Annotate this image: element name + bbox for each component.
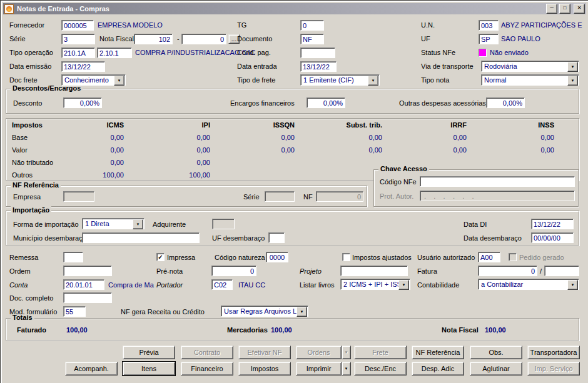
impostos-ajustados-checkbox[interactable] — [342, 253, 350, 261]
desconto-input[interactable]: 0,00% — [63, 97, 102, 108]
imp-servico-button: Imp. Serviço — [527, 362, 580, 376]
tipo-frete-dropdown-icon[interactable]: ▼ — [368, 76, 378, 86]
adquirente-label: Adquirente — [153, 221, 186, 228]
doc-frete-dropdown-icon[interactable]: ▼ — [114, 76, 124, 86]
remessa-input[interactable] — [63, 252, 83, 262]
nfref-serie-input[interactable] — [265, 191, 295, 202]
via-transporte-select[interactable]: Rodoviária ▼ — [481, 61, 579, 72]
nf-referencia-button[interactable]: NF Referência — [412, 346, 464, 359]
data-desembaraco-input[interactable]: 00/00/00 — [531, 232, 574, 243]
uf-desembaraco-label: UF desembaraço — [212, 234, 265, 242]
maximize-icon[interactable]: □ — [559, 4, 570, 14]
impostos-header-cell: IPI — [160, 121, 210, 129]
outras-despesas-input[interactable]: 0,00% — [486, 97, 525, 108]
tipo-operacao-input-2[interactable]: 2.10.1 — [97, 47, 132, 58]
desp-adic-button[interactable]: Desp. Adic — [412, 362, 464, 376]
codigo-nfe-label: Código NFe — [380, 178, 417, 186]
impostos-button[interactable]: Impostos — [238, 362, 291, 376]
data-emissao-input[interactable]: 13/12/22 — [61, 61, 105, 72]
itens-button[interactable]: Itens — [123, 362, 175, 376]
tipo-operacao-label: Tipo operação — [9, 49, 53, 56]
codigo-natureza-input[interactable]: 0000 — [266, 252, 288, 262]
doc-frete-select[interactable]: Conhecimento ▼ — [61, 74, 126, 86]
conta-input[interactable]: 20.01.01 — [63, 279, 104, 290]
uf-input[interactable]: SP — [479, 34, 499, 44]
importacao-group-title: Importação — [11, 206, 51, 214]
fornecedor-input[interactable]: 000005 — [61, 20, 94, 31]
serie-input[interactable]: 3 — [61, 34, 95, 44]
chave-acesso-group-title: Chave Acesso — [378, 165, 429, 172]
forma-importacao-select[interactable]: 1 Direta ▼ — [82, 218, 144, 229]
un-input[interactable]: 003 — [479, 20, 499, 31]
tipo-frete-select[interactable]: 1 Emitente (CIF) ▼ — [300, 74, 380, 86]
nfref-empresa-label: Empresa — [13, 193, 41, 201]
mod-formulario-input[interactable]: 55 — [63, 306, 86, 317]
conta-label[interactable]: Conta — [9, 281, 28, 289]
tipo-nota-dropdown-icon[interactable]: ▼ — [567, 76, 578, 86]
adquirente-input[interactable] — [212, 219, 235, 229]
un-label: U.N. — [421, 21, 435, 29]
un-description: ABYZ PARTICIPAÇÕES E — [501, 21, 582, 29]
minimize-icon[interactable]: ─ — [546, 4, 557, 14]
fatura-label: Fatura — [417, 267, 437, 275]
desc-enc-button[interactable]: Desc./Enc — [354, 362, 407, 376]
tg-input[interactable]: 0 — [300, 20, 324, 31]
imprimir-button[interactable]: Imprimir — [296, 362, 342, 376]
previa-button[interactable]: Prévia — [123, 346, 175, 359]
status-nfe-indicator — [479, 49, 487, 57]
via-transporte-dropdown-icon[interactable]: ▼ — [567, 62, 578, 72]
tipo-operacao-input[interactable]: 210.1A — [61, 47, 95, 58]
prot-autor-input[interactable]: . . . . . . — [420, 191, 575, 201]
close-icon[interactable]: ✕ — [574, 4, 585, 14]
usuario-autorizado-label: Usuário autorizado — [417, 254, 475, 261]
contabilidade-dropdown-icon[interactable]: ▼ — [567, 280, 578, 290]
nf-gera-dropdown-icon[interactable]: ▼ — [297, 307, 307, 317]
cond-pag-input[interactable] — [300, 47, 335, 58]
projeto-label[interactable]: Projeto — [300, 267, 322, 275]
pre-nota-input[interactable]: 0 — [211, 266, 256, 276]
transportadora-button[interactable]: Transportadora — [527, 346, 580, 359]
ordem-input[interactable] — [63, 266, 112, 276]
impostos-value-cell: 0,00 — [74, 159, 124, 166]
data-di-input[interactable]: 13/12/22 — [531, 219, 574, 229]
nf-gera-select[interactable]: Usar Regras Arquivos Legais ▼ — [221, 306, 308, 317]
nfref-empresa-input[interactable] — [63, 191, 94, 202]
documento-input[interactable]: NF — [300, 34, 324, 44]
doc-frete-value: Conhecimento — [64, 76, 114, 84]
codigo-nfe-input[interactable] — [420, 176, 575, 187]
nfref-nf-label: NF — [303, 193, 313, 201]
listar-livros-dropdown-icon[interactable]: ▼ — [398, 280, 409, 290]
listar-livros-select[interactable]: 2 ICMS + IPI + ISS ▼ — [340, 279, 410, 290]
nf-referencia-groupbox — [6, 186, 367, 207]
data-desembaraco-label: Data desembaraço — [464, 234, 522, 242]
tipo-nota-select[interactable]: Normal ▼ — [481, 74, 579, 86]
forma-importacao-dropdown-icon[interactable]: ▼ — [133, 219, 143, 229]
encargos-input[interactable]: 0,00% — [307, 97, 345, 108]
nota-fiscal-input[interactable]: 102 — [134, 34, 173, 44]
fatura-input-2[interactable] — [544, 266, 579, 276]
portador-input[interactable]: C02 — [211, 279, 233, 290]
fatura-input[interactable]: 0 — [478, 266, 537, 276]
contabilidade-select[interactable]: a Contabilizar ▼ — [478, 279, 579, 290]
impressa-checkbox[interactable]: ✓ — [156, 253, 165, 261]
nfref-nf-input[interactable]: 0 — [316, 191, 363, 202]
municipio-desembaraco-input[interactable] — [82, 232, 200, 243]
financeiro-button[interactable]: Financeiro — [181, 362, 233, 376]
data-entrada-input[interactable]: 13/12/22 — [300, 61, 337, 72]
aglutinar-button[interactable]: Aglutinar — [470, 362, 522, 376]
impostos-header-cell: Subst. trib. — [332, 121, 382, 129]
impostos-header-cell: ISSQN — [245, 121, 295, 129]
nota-fiscal-input-2[interactable]: 0 — [181, 34, 226, 44]
imprimir-dropdown-icon[interactable]: ▼ — [342, 362, 351, 376]
portador-label[interactable]: Portador — [156, 281, 183, 289]
obs-button[interactable]: Obs. — [470, 346, 522, 359]
impostos-header-cell: ICMS — [74, 121, 124, 129]
uf-desembaraco-input[interactable] — [268, 232, 285, 243]
title-bar[interactable]: Notas de Entrada - Compras ─ □ ✕ — [3, 3, 586, 14]
mercadorias-label: Mercadorias — [227, 326, 268, 334]
acompanh-button[interactable]: Acompanh. — [65, 362, 118, 376]
efetivar-nf-button: Efetivar NF — [238, 346, 291, 359]
usuario-autorizado-input[interactable]: A00 — [478, 252, 500, 262]
projeto-input[interactable] — [340, 266, 408, 276]
doc-completo-input[interactable] — [63, 292, 112, 303]
